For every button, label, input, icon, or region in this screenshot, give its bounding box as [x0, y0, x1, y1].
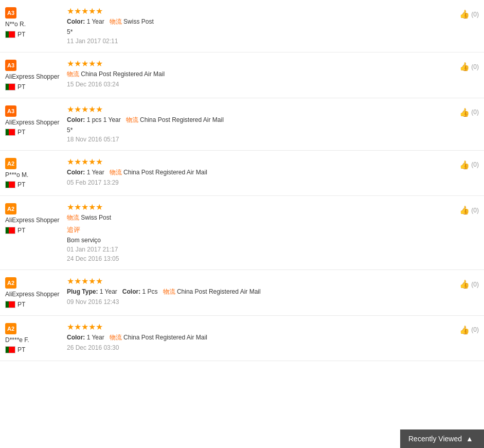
- like-section[interactable]: 👍 (0): [448, 203, 479, 262]
- thumbs-up-icon: 👍: [459, 62, 470, 71]
- country-code: PT: [17, 346, 25, 353]
- star: ★: [96, 277, 103, 285]
- review-text: 5*: [67, 127, 443, 134]
- star: ★: [81, 105, 88, 114]
- avatar-badge: A3: [5, 7, 16, 19]
- follow-up-text: Bom serviço: [67, 237, 443, 244]
- review-item: A3AliExpress ShopperPT★★★★★物流 China Post…: [0, 52, 484, 98]
- like-button[interactable]: 👍 (0): [459, 325, 479, 335]
- like-section[interactable]: 👍 (0): [448, 7, 479, 45]
- like-button[interactable]: 👍 (0): [459, 9, 479, 19]
- star: ★: [67, 105, 74, 114]
- thumbs-up-icon: 👍: [459, 9, 470, 19]
- review-date: 18 Nov 2016 05:17: [67, 136, 443, 143]
- avatar-badge: A2: [5, 158, 16, 169]
- review-content: ★★★★★Color: 1 Year 物流 China Post Registe…: [62, 323, 448, 354]
- meta-label: Color:: [67, 18, 85, 25]
- star: ★: [74, 277, 81, 285]
- shipping-label: 物流: [126, 116, 138, 123]
- like-section[interactable]: 👍 (0): [448, 60, 479, 91]
- review-content: ★★★★★Color: 1 pcs 1 Year 物流 China Post R…: [62, 105, 448, 143]
- shipping-label: 物流: [110, 334, 122, 341]
- country-code: PT: [17, 129, 25, 136]
- reviewer-country: PT: [5, 31, 25, 38]
- like-count: (0): [471, 63, 479, 70]
- review-text: 5*: [67, 28, 443, 35]
- like-section[interactable]: 👍 (0): [448, 323, 479, 354]
- thumbs-up-icon: 👍: [459, 107, 470, 117]
- star: ★: [81, 59, 88, 68]
- star: ★: [96, 59, 103, 68]
- star: ★: [74, 322, 81, 331]
- review-meta: Color: 1 pcs 1 Year 物流 China Post Regist…: [67, 116, 443, 124]
- like-section[interactable]: 👍 (0): [448, 158, 479, 189]
- review-item: A2P***o M.PT★★★★★Color: 1 Year 物流 China …: [0, 151, 484, 196]
- shipping-label: 物流: [163, 288, 175, 295]
- flag-icon: [5, 129, 15, 136]
- star: ★: [74, 105, 81, 114]
- flag-icon: [5, 227, 15, 234]
- review-date: 24 Dec 2016 13:05: [67, 255, 443, 262]
- like-button[interactable]: 👍 (0): [459, 62, 479, 71]
- review-item: A3AliExpress ShopperPT★★★★★Color: 1 pcs …: [0, 98, 484, 151]
- review-date: 15 Dec 2016 03:24: [67, 81, 443, 88]
- avatar-badge: A2: [5, 277, 16, 289]
- like-count: (0): [471, 11, 479, 18]
- review-meta: 物流 Swiss Post: [67, 213, 443, 222]
- review-meta: Color: 1 Year 物流 China Post Registered A…: [67, 333, 443, 342]
- review-date: 09 Nov 2016 12:43: [67, 298, 443, 306]
- like-button[interactable]: 👍 (0): [459, 205, 479, 215]
- star: ★: [96, 203, 103, 211]
- like-button[interactable]: 👍 (0): [459, 279, 479, 289]
- star-rating: ★★★★★: [67, 277, 443, 285]
- avatar-badge: A3: [5, 60, 16, 71]
- like-button[interactable]: 👍 (0): [459, 107, 479, 117]
- star: ★: [67, 7, 74, 15]
- meta-label: Color:: [122, 288, 140, 295]
- like-section[interactable]: 👍 (0): [448, 105, 479, 143]
- reviewer-name: N**o R.: [5, 21, 26, 29]
- flag-icon: [5, 346, 15, 353]
- shipping-label: 物流: [110, 169, 122, 176]
- flag-icon: [5, 83, 15, 91]
- shipping-label: 物流: [110, 18, 122, 25]
- reviewer-name: AliExpress Shopper: [5, 217, 59, 225]
- reviewer-country: PT: [5, 301, 25, 308]
- star: ★: [81, 203, 88, 211]
- review-meta: Color: 1 Year 物流 Swiss Post: [67, 17, 443, 26]
- reviewer-country: PT: [5, 129, 25, 136]
- reviewer-name: P***o M.: [5, 171, 28, 180]
- shipping-value: China Post Registered Air Mail: [177, 288, 261, 295]
- shipping-value: China Post Registered Air Mail: [123, 334, 207, 341]
- follow-up-label: 追评: [67, 225, 443, 235]
- review-date: 26 Dec 2016 03:30: [67, 344, 443, 351]
- reviewer-info: A3AliExpress ShopperPT: [5, 105, 62, 143]
- like-count: (0): [471, 326, 479, 333]
- reviewer-name: AliExpress Shopper: [5, 119, 59, 127]
- country-code: PT: [17, 83, 25, 91]
- star: ★: [81, 277, 88, 285]
- star: ★: [74, 7, 81, 15]
- reviewer-country: PT: [5, 227, 25, 234]
- star: ★: [74, 203, 81, 211]
- like-section[interactable]: 👍 (0): [448, 277, 479, 308]
- like-count: (0): [471, 161, 479, 168]
- star: ★: [96, 105, 103, 114]
- shipping-label: 物流: [67, 214, 79, 221]
- country-code: PT: [17, 31, 25, 38]
- review-date: 05 Feb 2017 13:29: [67, 179, 443, 186]
- review-item: A2AliExpress ShopperPT★★★★★物流 Swiss Post…: [0, 196, 484, 270]
- star: ★: [67, 157, 74, 166]
- country-code: PT: [17, 227, 25, 234]
- country-code: PT: [17, 181, 25, 188]
- reviewer-info: A3N**o R.PT: [5, 7, 62, 45]
- avatar-badge: A3: [5, 105, 16, 117]
- star: ★: [88, 59, 96, 68]
- reviewer-info: A2AliExpress ShopperPT: [5, 203, 62, 262]
- meta-value: 1 Pcs: [142, 288, 158, 295]
- star: ★: [67, 322, 74, 331]
- review-content: ★★★★★Color: 1 Year 物流 China Post Registe…: [62, 158, 448, 189]
- star-rating: ★★★★★: [67, 203, 443, 211]
- like-button[interactable]: 👍 (0): [459, 160, 479, 170]
- reviewer-name: D****e F.: [5, 336, 29, 345]
